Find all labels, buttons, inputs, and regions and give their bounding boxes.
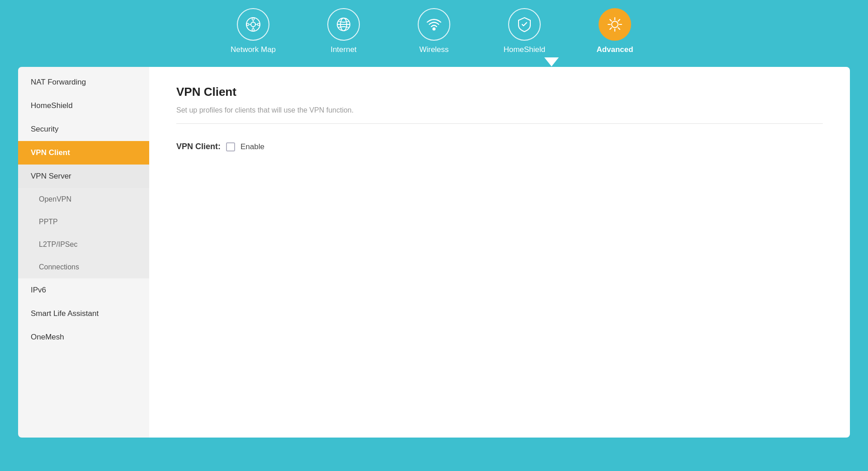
nav-item-network-map[interactable]: Network Map (226, 8, 280, 54)
nav-item-internet[interactable]: Internet (316, 8, 371, 54)
svg-point-14 (612, 21, 618, 28)
network-map-icon (245, 16, 262, 33)
svg-point-3 (258, 24, 260, 26)
sidebar-item-vpn-server[interactable]: VPN Server (18, 165, 149, 188)
svg-point-2 (252, 18, 255, 20)
sidebar-item-onemesh[interactable]: OneMesh (18, 325, 149, 349)
top-navigation: Network Map Internet Wireless (0, 0, 868, 59)
svg-point-1 (251, 22, 255, 27)
nav-item-advanced[interactable]: Advanced (588, 8, 642, 54)
sidebar: NAT Forwarding HomeShield Security VPN C… (18, 67, 149, 438)
wireless-icon (425, 16, 443, 33)
nav-label-homeshield: HomeShield (504, 45, 546, 54)
nav-active-arrow (544, 57, 559, 66)
svg-line-19 (610, 19, 612, 21)
sidebar-item-connections[interactable]: Connections (18, 256, 149, 278)
svg-point-0 (246, 18, 260, 31)
sidebar-item-pptp[interactable]: PPTP (18, 211, 149, 233)
enable-label: Enable (241, 142, 264, 151)
vpn-client-field-label: VPN Client: (176, 142, 221, 151)
homeshield-icon-circle (508, 8, 541, 41)
nav-arrow-container (0, 57, 868, 67)
content-divider (176, 123, 823, 124)
svg-line-20 (618, 28, 620, 29)
sidebar-item-l2tp-ipsec[interactable]: L2TP/IPSec (18, 233, 149, 256)
sidebar-item-vpn-client[interactable]: VPN Client (18, 141, 149, 165)
svg-line-21 (618, 19, 620, 21)
internet-icon (335, 16, 352, 33)
sidebar-item-nat-forwarding[interactable]: NAT Forwarding (18, 71, 149, 94)
sidebar-item-smart-life-assistant[interactable]: Smart Life Assistant (18, 302, 149, 325)
internet-icon-circle (327, 8, 360, 41)
sidebar-item-homeshield[interactable]: HomeShield (18, 94, 149, 118)
sidebar-item-security[interactable]: Security (18, 118, 149, 141)
svg-point-4 (252, 29, 255, 31)
nav-label-wireless: Wireless (419, 45, 448, 54)
homeshield-icon (516, 16, 533, 33)
vpn-client-enable-checkbox[interactable] (226, 142, 235, 151)
wireless-icon-circle (418, 8, 450, 41)
content-area: VPN Client Set up profiles for clients t… (149, 67, 850, 438)
svg-line-22 (610, 28, 612, 29)
sidebar-item-ipv6[interactable]: IPv6 (18, 278, 149, 302)
nav-label-internet: Internet (330, 45, 357, 54)
vpn-enable-row: VPN Client: Enable (176, 142, 823, 151)
nav-label-advanced: Advanced (596, 45, 633, 54)
network-map-icon-circle (237, 8, 269, 41)
svg-point-5 (247, 24, 249, 26)
advanced-icon-circle (599, 8, 631, 41)
sidebar-item-openvpn[interactable]: OpenVPN (18, 188, 149, 211)
page-title: VPN Client (176, 85, 823, 99)
nav-label-network-map: Network Map (231, 45, 276, 54)
advanced-icon (606, 16, 623, 33)
main-layout: NAT Forwarding HomeShield Security VPN C… (18, 67, 850, 438)
nav-item-homeshield[interactable]: HomeShield (497, 8, 552, 54)
page-subtitle: Set up profiles for clients that will us… (176, 106, 823, 114)
svg-point-13 (433, 28, 435, 30)
nav-item-wireless[interactable]: Wireless (407, 8, 461, 54)
